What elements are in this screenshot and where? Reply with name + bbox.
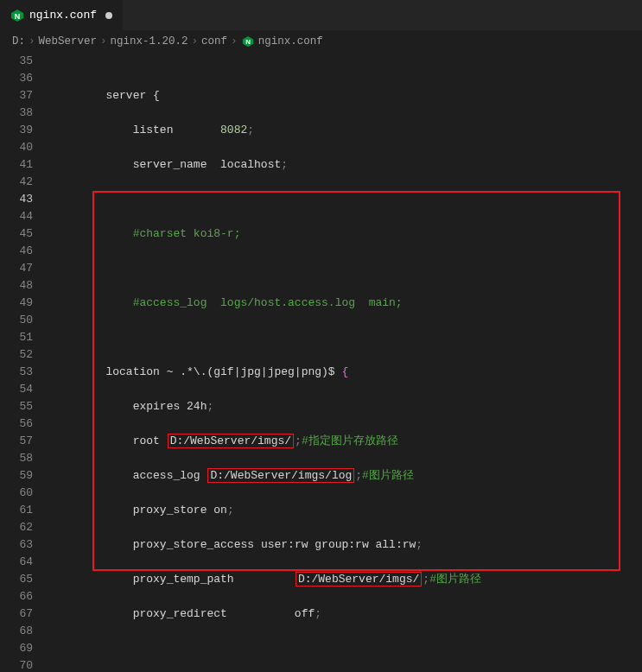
code-line[interactable]: listen 8082; (52, 122, 642, 139)
code-line[interactable]: server_name localhost; (52, 156, 642, 174)
code-line[interactable]: root D:/WebServer/imgs/;#指定图片存放路径 (52, 433, 642, 450)
svg-text:N: N (245, 38, 251, 46)
code-line[interactable] (52, 191, 642, 208)
nginx-icon: N (241, 35, 255, 48)
code-line[interactable]: proxy_redirect off; (52, 605, 642, 623)
code-line[interactable]: access_log D:/WebServer/imgs/log;#图片路径 (52, 467, 642, 485)
chevron-right-icon: › (100, 35, 107, 48)
nginx-icon: N (10, 9, 24, 22)
chevron-right-icon: › (192, 35, 199, 48)
breadcrumb-item[interactable]: WebServer (39, 35, 98, 48)
tab-bar: N nginx.conf (0, 0, 642, 30)
tab-nginx-conf[interactable]: N nginx.conf (0, 0, 124, 30)
code-line[interactable] (52, 260, 642, 277)
code-area[interactable]: server { listen 8082; server_name localh… (52, 53, 642, 672)
breadcrumb-item[interactable]: nginx.conf (258, 35, 323, 48)
highlight-path: D:/WebServer/imgs/ (168, 434, 294, 448)
breadcrumb[interactable]: D: › WebServer › nginx-1.20.2 › conf › N… (0, 30, 642, 53)
chevron-right-icon: › (231, 35, 238, 48)
chevron-right-icon: › (29, 35, 35, 48)
line-gutter: 3536373839404142434445464748495051525354… (0, 53, 52, 672)
code-line[interactable] (52, 640, 642, 657)
code-editor[interactable]: 3536373839404142434445464748495051525354… (0, 53, 642, 672)
highlight-path: D:/WebServer/imgs/log (207, 468, 354, 483)
breadcrumb-item[interactable]: conf (201, 35, 227, 48)
highlight-path: D:/WebServer/imgs/ (296, 572, 422, 586)
code-line[interactable]: proxy_store on; (52, 502, 642, 519)
code-line[interactable]: #access_log logs/host.access.log main; (52, 295, 642, 312)
code-line[interactable] (52, 329, 642, 346)
code-line[interactable]: server { (52, 87, 642, 105)
code-line[interactable]: proxy_store_access user:rw group:rw all:… (52, 536, 642, 554)
modified-dot-icon (105, 12, 112, 19)
code-line[interactable]: proxy_temp_path D:/WebServer/imgs/;#图片路径 (52, 571, 642, 588)
tab-title: nginx.conf (29, 9, 97, 22)
code-line[interactable]: location ~ .*\.(gif|jpg|jpeg|png)$ { (52, 364, 642, 381)
code-line[interactable]: #charset koi8-r; (52, 225, 642, 243)
svg-text:N: N (15, 11, 21, 20)
code-line[interactable]: expires 24h; (52, 398, 642, 415)
breadcrumb-item[interactable]: nginx-1.20.2 (111, 35, 188, 48)
breadcrumb-item[interactable]: D: (12, 35, 25, 48)
